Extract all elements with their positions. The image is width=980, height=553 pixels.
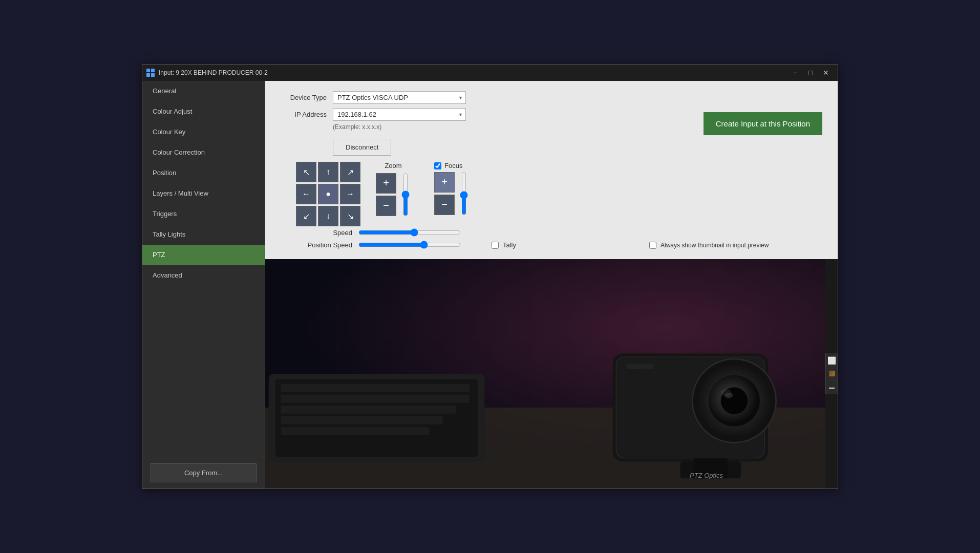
- zoom-buttons: + −: [376, 173, 396, 216]
- dpad-downleft-button[interactable]: ↙: [296, 206, 316, 226]
- ptz-dpad: ↖ ↑ ↗ ← ● → ↙ ↓ ↘: [296, 162, 360, 226]
- ptz-optics-watermark: PTZ Optics: [690, 472, 723, 479]
- tally-checkbox[interactable]: [492, 242, 499, 249]
- preview-area: PTZ Optics ⬜ ▦ ▬: [265, 259, 838, 488]
- focus-section: Focus + −: [434, 162, 469, 215]
- sidebar-item-layers-multi-view[interactable]: Layers / Multi View: [142, 183, 265, 204]
- dpad-left-button[interactable]: ←: [296, 184, 316, 204]
- title-bar: Input: 9 20X BEHIND PRODUCER 00-2 − □ ✕: [142, 65, 838, 81]
- speed-controls: Speed Position Speed: [296, 228, 461, 249]
- main-content: Device Type PTZ Optics VISCA UDP IP Addr…: [265, 81, 838, 488]
- device-form: Device Type PTZ Optics VISCA UDP IP Addr…: [281, 91, 466, 156]
- tally-section: Tally: [492, 241, 516, 249]
- focus-checkbox[interactable]: [434, 162, 441, 169]
- preview-svg: [265, 259, 825, 488]
- svg-rect-8: [281, 427, 429, 435]
- svg-rect-7: [281, 416, 442, 424]
- ip-address-label: IP Address: [281, 111, 327, 118]
- tally-thumbnail-section: Tally: [492, 239, 516, 249]
- zoom-out-button[interactable]: −: [376, 196, 396, 216]
- layout-icon[interactable]: ⬜: [827, 355, 837, 366]
- right-sidebar: ⬜ ▦ ▬: [825, 353, 838, 394]
- sidebar-item-position[interactable]: Position: [142, 163, 265, 183]
- sidebar-item-ptz[interactable]: PTZ: [142, 245, 265, 265]
- sidebar-item-tally-lights[interactable]: Tally Lights: [142, 224, 265, 245]
- dpad-upleft-button[interactable]: ↖: [296, 162, 316, 182]
- position-speed-row: Position Speed: [296, 241, 461, 249]
- svg-rect-18: [626, 364, 653, 369]
- svg-point-20: [721, 389, 732, 396]
- ip-address-select[interactable]: 192.168.1.62: [333, 108, 466, 121]
- dpad-downright-button[interactable]: ↘: [340, 206, 360, 226]
- dpad-right-button[interactable]: →: [340, 184, 360, 204]
- ip-address-select-container: 192.168.1.62: [333, 108, 466, 121]
- dpad-up-button[interactable]: ↑: [318, 162, 338, 182]
- sidebar-footer: Copy From...: [142, 457, 265, 488]
- focus-label[interactable]: Focus: [444, 162, 462, 169]
- focus-slider[interactable]: [459, 172, 469, 215]
- sidebar-item-colour-correction[interactable]: Colour Correction: [142, 142, 265, 163]
- dpad-upright-button[interactable]: ↗: [340, 162, 360, 182]
- disconnect-button[interactable]: Disconnect: [333, 139, 391, 156]
- svg-rect-6: [281, 406, 456, 414]
- always-show-thumbnail-checkbox[interactable]: [649, 242, 656, 249]
- tally-label[interactable]: Tally: [503, 241, 516, 249]
- dpad-center-button[interactable]: ●: [318, 184, 338, 204]
- main-window: Input: 9 20X BEHIND PRODUCER 00-2 − □ ✕ …: [142, 64, 838, 489]
- color-grid-icon[interactable]: ▦: [827, 368, 837, 378]
- focus-controls: + −: [434, 172, 469, 215]
- app-icon: [146, 69, 155, 77]
- always-show-thumbnail-label[interactable]: Always show thumbnail in input preview: [661, 242, 769, 249]
- sidebar-nav: General Colour Adjust Colour Key Colour …: [142, 81, 265, 457]
- always-show-thumbnail-section: Always show thumbnail in input preview: [649, 242, 769, 249]
- device-type-label: Device Type: [281, 94, 327, 101]
- focus-out-button[interactable]: −: [434, 195, 455, 215]
- window-body: General Colour Adjust Colour Key Colour …: [142, 81, 838, 488]
- focus-header: Focus: [434, 162, 462, 169]
- ip-example-text: (Example: x.x.x.x): [333, 123, 381, 131]
- dpad-down-button[interactable]: ↓: [318, 206, 338, 226]
- zoom-label: Zoom: [385, 162, 401, 169]
- focus-in-button[interactable]: +: [434, 172, 455, 193]
- speed-row: Speed: [296, 228, 461, 237]
- speed-label: Speed: [296, 229, 352, 237]
- position-speed-slider[interactable]: [358, 241, 461, 249]
- svg-rect-4: [281, 384, 470, 392]
- copy-from-button[interactable]: Copy From...: [151, 463, 257, 482]
- position-speed-label: Position Speed: [296, 241, 352, 249]
- bottom-panel-icon[interactable]: ▬: [827, 382, 837, 392]
- svg-rect-5: [281, 395, 470, 403]
- zoom-controls: + −: [376, 173, 411, 216]
- window-controls: − □ ✕: [787, 65, 834, 80]
- sidebar-item-general[interactable]: General: [142, 81, 265, 101]
- settings-panel: Device Type PTZ Optics VISCA UDP IP Addr…: [265, 81, 838, 259]
- window-title: Input: 9 20X BEHIND PRODUCER 00-2: [159, 69, 787, 76]
- device-type-select-container: PTZ Optics VISCA UDP: [333, 91, 466, 104]
- sidebar-item-colour-adjust[interactable]: Colour Adjust: [142, 101, 265, 122]
- close-button[interactable]: ✕: [818, 65, 834, 80]
- sidebar: General Colour Adjust Colour Key Colour …: [142, 81, 265, 488]
- sidebar-item-colour-key[interactable]: Colour Key: [142, 122, 265, 142]
- zoom-in-button[interactable]: +: [376, 173, 396, 194]
- minimize-button[interactable]: −: [787, 65, 803, 80]
- zoom-slider[interactable]: [400, 173, 411, 216]
- svg-rect-19: [626, 372, 643, 376]
- create-input-button[interactable]: Create Input at this Position: [704, 112, 822, 135]
- preview-image: PTZ Optics: [265, 259, 825, 488]
- sidebar-item-triggers[interactable]: Triggers: [142, 204, 265, 224]
- device-type-select[interactable]: PTZ Optics VISCA UDP: [333, 91, 466, 104]
- zoom-section: Zoom + −: [376, 162, 411, 216]
- focus-buttons: + −: [434, 172, 455, 215]
- maximize-button[interactable]: □: [803, 65, 818, 80]
- sidebar-item-advanced[interactable]: Advanced: [142, 265, 265, 286]
- speed-slider[interactable]: [358, 228, 461, 237]
